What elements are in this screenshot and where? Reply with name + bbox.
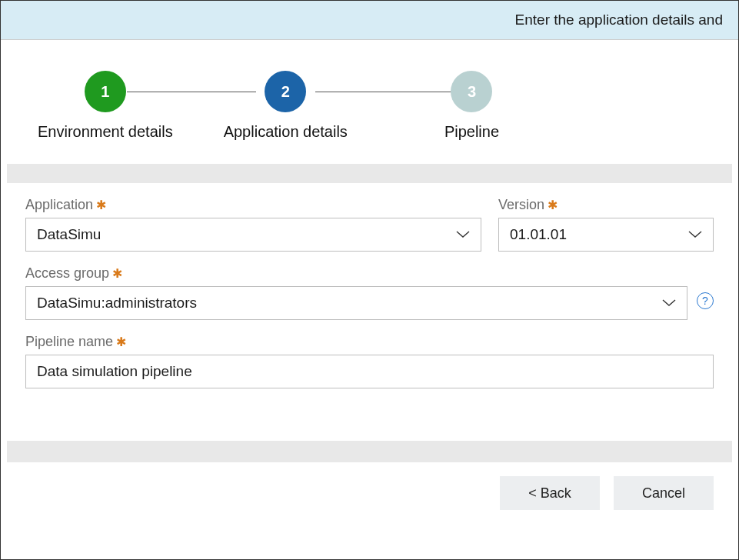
stepper-section: 1 Environment details 2 Application deta…	[7, 48, 732, 164]
access-group-label: Access group ✱	[25, 265, 687, 282]
required-icon: ✱	[548, 199, 558, 212]
step-number-badge: 2	[265, 71, 306, 112]
pipeline-name-field-group: Pipeline name ✱ Data simulation pipeline	[25, 334, 714, 388]
application-label: Application ✱	[25, 197, 481, 213]
step-application-details[interactable]: 2 Application details	[224, 71, 348, 141]
pipeline-name-label: Pipeline name ✱	[25, 334, 714, 350]
version-label: Version ✱	[498, 197, 714, 213]
wizard-stepper: 1 Environment details 2 Application deta…	[38, 71, 701, 141]
instruction-banner: Enter the application details and	[1, 1, 738, 40]
footer-actions: < Back Cancel	[7, 462, 732, 524]
form-section: Application ✱ DataSimu Version ✱ 01.01.0…	[7, 183, 732, 410]
help-icon[interactable]: ?	[697, 292, 714, 309]
pipeline-name-value: Data simulation pipeline	[37, 363, 192, 380]
required-icon: ✱	[96, 199, 106, 212]
section-divider	[7, 164, 732, 183]
application-select[interactable]: DataSimu	[25, 218, 481, 252]
version-value: 01.01.01	[510, 226, 688, 243]
step-environment-details[interactable]: 1 Environment details	[38, 71, 173, 141]
back-button[interactable]: < Back	[500, 476, 600, 510]
step-label: Application details	[224, 123, 348, 141]
step-number-badge: 3	[451, 71, 492, 112]
chevron-down-icon	[688, 231, 702, 238]
section-divider	[7, 441, 732, 462]
access-group-field-group: Access group ✱ DataSimu:administrators	[25, 265, 687, 320]
pipeline-name-input[interactable]: Data simulation pipeline	[25, 355, 714, 388]
chevron-down-icon	[662, 299, 676, 307]
version-select[interactable]: 01.01.01	[498, 218, 714, 252]
step-label: Environment details	[38, 123, 173, 141]
application-value: DataSimu	[37, 226, 456, 243]
chevron-down-icon	[456, 231, 470, 238]
banner-text: Enter the application details and	[515, 12, 723, 28]
step-number-badge: 1	[85, 71, 126, 112]
step-label: Pipeline	[444, 123, 499, 141]
access-group-select[interactable]: DataSimu:administrators	[25, 286, 687, 320]
cancel-button[interactable]: Cancel	[614, 476, 714, 510]
required-icon: ✱	[112, 268, 122, 280]
application-field-group: Application ✱ DataSimu	[25, 197, 481, 252]
step-pipeline[interactable]: 3 Pipeline	[444, 71, 499, 141]
required-icon: ✱	[116, 336, 126, 348]
form-bottom-pad	[7, 410, 732, 441]
version-field-group: Version ✱ 01.01.01	[498, 197, 714, 252]
access-group-value: DataSimu:administrators	[37, 295, 662, 312]
